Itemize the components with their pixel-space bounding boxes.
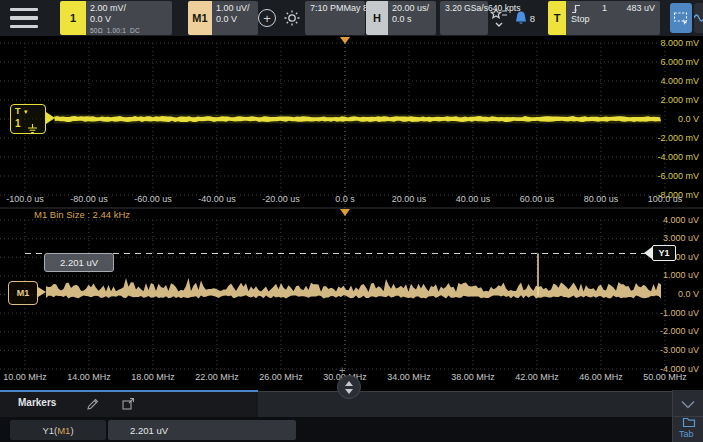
m1-bin-size-label: M1 Bin Size : 2.44 kHz xyxy=(34,209,130,220)
frequency-axis-tick: 22.00 MHz xyxy=(187,372,247,382)
marker-value-chip[interactable]: 2.201 uV xyxy=(108,420,296,440)
frequency-axis-tick: 38.00 MHz xyxy=(443,372,503,382)
tab-button-label[interactable]: Tab xyxy=(679,429,694,439)
math1-volt-tick: 4.000 uV xyxy=(629,215,699,225)
trigger-level: 483 uV xyxy=(626,3,655,14)
ground-icon xyxy=(27,120,38,138)
trigger-time-marker-mid-icon[interactable] xyxy=(340,209,350,216)
toolbar: 1 2.00 mV/ 0.0 V 50Ω 1.00:1 DC M1 1.00 u… xyxy=(0,0,703,36)
math1-offset: 0.0 V xyxy=(216,14,254,25)
marker-name-chip[interactable]: Y1(M1) xyxy=(10,420,106,440)
edit-pencil-icon[interactable] xyxy=(84,396,100,412)
sample-rate: 3.20 GSa/s xyxy=(445,3,488,35)
channel1-ground-handle[interactable]: T ▾ 1 xyxy=(10,104,46,134)
channel1-info[interactable]: 2.00 mV/ 0.0 V 50Ω 1.00:1 DC xyxy=(86,1,172,35)
edge-trigger-icon xyxy=(571,3,582,14)
collapse-chevron-icon[interactable] xyxy=(678,397,698,411)
math1-info[interactable]: 1.00 uV/ 0.0 V xyxy=(212,1,258,35)
horizontal-info[interactable]: 20.00 us/ 0.0 s xyxy=(388,1,436,35)
display-brightness-icon[interactable] xyxy=(283,9,301,27)
time-axis-tick: 0.0 s xyxy=(315,194,375,204)
waveform-icon xyxy=(694,11,703,25)
channel1-scale: 2.00 mV/ xyxy=(90,3,168,14)
trigger-info[interactable]: 1 483 uV Stop xyxy=(566,1,660,35)
down-arrow-icon xyxy=(345,389,353,394)
frequency-axis-tick: 26.00 MHz xyxy=(251,372,311,382)
trigger-control[interactable]: T 1 483 uV Stop xyxy=(548,1,660,35)
channel1-number: 1 xyxy=(15,118,21,129)
math1-volt-tick: 1.000 uV xyxy=(629,270,699,280)
trigger-mode: Stop xyxy=(571,14,655,25)
marker-name-source: M1 xyxy=(57,425,70,436)
math1-badge[interactable]: M1 xyxy=(188,1,212,35)
up-arrow-icon xyxy=(345,381,353,386)
center-crosshair-icon: + xyxy=(339,364,345,376)
channel1-volt-tick: 4.000 mV xyxy=(629,76,699,86)
math1-handle[interactable]: M1 xyxy=(8,281,38,305)
time-axis-tick: -20.00 us xyxy=(251,194,311,204)
panel-expand-collapse-button[interactable] xyxy=(337,375,361,399)
frequency-axis-tick: 14.00 MHz xyxy=(59,372,119,382)
channel1-level-arrow-icon[interactable] xyxy=(46,112,55,124)
frequency-axis-tick: 46.00 MHz xyxy=(571,372,631,382)
time-axis-tick: -40.00 us xyxy=(187,194,247,204)
time-axis-tick: 20.00 us xyxy=(379,194,439,204)
tab-folder-icon[interactable] xyxy=(681,415,697,429)
frequency-axis-tick: 34.00 MHz xyxy=(379,372,439,382)
horizontal-badge[interactable]: H xyxy=(366,1,388,35)
waveform-zoom-tool-button[interactable] xyxy=(694,3,703,33)
tab-strip xyxy=(258,392,672,417)
clock-display: 7:10 PM May 8, 2024 xyxy=(305,1,365,35)
math1-level-arrow-icon[interactable] xyxy=(38,287,46,297)
channel1-trigger-letter: T xyxy=(15,106,21,116)
math1-control[interactable]: M1 1.00 uV/ 0.0 V xyxy=(188,1,258,35)
horizontal-control[interactable]: H 20.00 us/ 0.0 s xyxy=(366,1,436,35)
horizontal-scale: 20.00 us/ xyxy=(392,3,432,14)
popout-window-icon[interactable] xyxy=(120,396,136,412)
math1-volt-tick: 3.000 uV xyxy=(629,233,699,243)
time-axis-tick: -100.0 us xyxy=(0,194,55,204)
channel1-volt-tick: 0.0 V xyxy=(629,114,699,124)
time-axis-tick: 80.00 us xyxy=(571,194,631,204)
marker-value-readout: 2.201 uV xyxy=(44,253,114,272)
menu-icon[interactable] xyxy=(10,8,40,28)
trigger-level-down-arrow-icon: ▾ xyxy=(24,108,28,116)
channel1-volt-tick: -6.000 mV xyxy=(629,171,699,181)
trigger-badge[interactable]: T xyxy=(548,1,566,35)
add-channel-icon[interactable]: + xyxy=(258,9,276,27)
channel1-badge[interactable]: 1 xyxy=(60,1,86,35)
acquisition-info[interactable]: 3.20 GSa/s 640 kpts xyxy=(440,1,488,35)
marker-name-post: ) xyxy=(70,425,73,436)
channel1-volt-tick: 6.000 mV xyxy=(629,57,699,67)
marker-name-pre: Y1( xyxy=(42,425,57,436)
box-select-tool-button[interactable] xyxy=(670,3,692,33)
frequency-axis-tick: 50.00 MHz xyxy=(635,372,695,382)
frequency-axis-tick: 42.00 MHz xyxy=(507,372,567,382)
time-axis-tick: -60.00 us xyxy=(123,194,183,204)
channel1-volt-tick: -4.000 mV xyxy=(629,152,699,162)
y1-marker-flag[interactable]: Y1 xyxy=(652,245,676,261)
time-axis-tick: 100.0 us xyxy=(635,194,695,204)
notifications-count: 8 xyxy=(530,13,535,24)
bell-icon xyxy=(513,10,529,27)
time-axis-tick: 60.00 us xyxy=(507,194,567,204)
math1-volt-tick: -2.000 uV xyxy=(629,326,699,336)
frequency-axis-tick: 10.00 MHz xyxy=(0,372,55,382)
channel1-coupling: 50Ω 1.00:1 DC xyxy=(90,25,168,36)
quick-actions-star-icon[interactable] xyxy=(489,6,509,30)
oscilloscope-screen: 1 2.00 mV/ 0.0 V 50Ω 1.00:1 DC M1 1.00 u… xyxy=(0,0,703,442)
channel1-volt-tick: 2.000 mV xyxy=(629,95,699,105)
channel1-control[interactable]: 1 2.00 mV/ 0.0 V 50Ω 1.00:1 DC xyxy=(60,1,172,35)
markers-tab-label[interactable]: Markers xyxy=(18,397,56,408)
trigger-time-marker-top-icon[interactable] xyxy=(340,37,350,44)
time-axis-tick: -80.00 us xyxy=(59,194,119,204)
horizontal-delay: 0.0 s xyxy=(392,14,432,25)
notifications-bell[interactable]: 8 xyxy=(511,8,537,28)
math1-volt-tick: -1.000 uV xyxy=(629,308,699,318)
channel1-volt-tick: 8.000 mV xyxy=(629,38,699,48)
channel1-offset: 0.0 V xyxy=(90,14,168,25)
clock-time: 7:10 PM xyxy=(310,3,344,35)
math1-volt-tick: 0.0 V xyxy=(629,289,699,299)
time-axis-tick: 40.00 us xyxy=(443,194,503,204)
box-select-icon xyxy=(673,11,689,25)
